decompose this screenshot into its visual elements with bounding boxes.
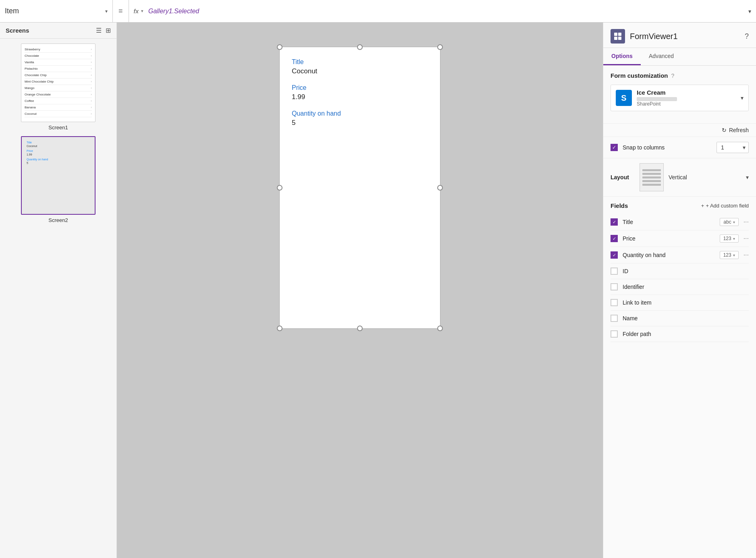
screen-item-screen2[interactable]: Title Coconut Price 1.99 Quantity on han… bbox=[5, 136, 112, 223]
field-type-quantity-on-hand[interactable]: 123 ▾ bbox=[720, 251, 739, 259]
field-type-title[interactable]: abc ▾ bbox=[720, 218, 738, 226]
screen2-content: Title Coconut Price 1.99 Quantity on han… bbox=[22, 137, 95, 170]
snap-to-columns-label: Snap to columns bbox=[623, 144, 717, 151]
selection-handle-top-left[interactable] bbox=[277, 44, 282, 50]
field-checkbox-id[interactable] bbox=[611, 268, 618, 275]
formula-bar[interactable]: fx ▾ Gallery1.Selected ▾ bbox=[129, 0, 756, 22]
field-checkbox-link-to-item[interactable] bbox=[611, 299, 618, 306]
canvas-qty-label: Quantity on hand bbox=[292, 110, 428, 117]
right-panel: FormViewer1 ? Options Advanced Form cust… bbox=[603, 23, 756, 558]
canvas-title-label: Title bbox=[292, 58, 428, 66]
snap-columns-select-wrapper: 1 2 3 bbox=[717, 142, 749, 153]
field-row-link-to-item: Link to item bbox=[611, 295, 749, 311]
screen1-row: Orange Chocolate› bbox=[25, 91, 92, 98]
layout-row: Layout Vertical Horizontal bbox=[603, 158, 756, 197]
formula-end-chevron-icon: ▾ bbox=[748, 8, 751, 15]
s2-title-value: Coconut bbox=[27, 145, 90, 147]
refresh-row: ↻ Refresh bbox=[603, 124, 756, 137]
layout-preview-line bbox=[642, 176, 661, 178]
panel-more-icon[interactable]: ? bbox=[745, 32, 749, 41]
snap-to-columns-row: ✓ Snap to columns 1 2 3 bbox=[603, 137, 756, 158]
screen1-thumbnail: Strawberry› Chocolate› Vanilla› Pistachi… bbox=[21, 44, 96, 122]
field-checkbox-identifier[interactable] bbox=[611, 283, 618, 290]
add-custom-field-button[interactable]: + + Add custom field bbox=[701, 203, 749, 209]
selection-handle-middle-right[interactable] bbox=[437, 185, 443, 191]
field-name-folder-path: Folder path bbox=[623, 331, 749, 337]
layout-preview-line bbox=[642, 180, 661, 182]
svg-rect-2 bbox=[614, 37, 617, 40]
snap-to-columns-checkbox[interactable]: ✓ bbox=[611, 144, 618, 151]
tab-advanced[interactable]: Advanced bbox=[641, 48, 682, 65]
form-customization-section: Form customization ? S Ice Cream SharePo… bbox=[603, 66, 756, 124]
field-type-price[interactable]: 123 ▾ bbox=[720, 234, 739, 243]
field-checkbox-folder-path[interactable] bbox=[611, 330, 618, 338]
layout-preview-line bbox=[642, 169, 661, 171]
fields-header: Fields + + Add custom field bbox=[611, 202, 749, 209]
formula-expression: Gallery1.Selected bbox=[148, 8, 199, 15]
fields-label: Fields bbox=[611, 202, 701, 209]
screens-grid-view-icon[interactable]: ⊞ bbox=[106, 27, 111, 34]
field-more-title[interactable]: ··· bbox=[744, 218, 749, 226]
selection-handle-top-right[interactable] bbox=[437, 44, 443, 50]
screen-item-screen1[interactable]: Strawberry› Chocolate› Vanilla› Pistachi… bbox=[5, 44, 112, 131]
field-more-quantity-on-hand[interactable]: ··· bbox=[744, 251, 749, 259]
top-bar: Item ▾ = fx ▾ Gallery1.Selected ▾ bbox=[0, 0, 756, 23]
formula-fx-icon: fx bbox=[134, 8, 139, 15]
item-selector-chevron-icon: ▾ bbox=[105, 8, 108, 14]
screen2-thumbnail: Title Coconut Price 1.99 Quantity on han… bbox=[21, 136, 96, 215]
screens-panel: Screens ☰ ⊞ Strawberry› Chocolate› Vanil… bbox=[0, 23, 117, 558]
layout-preview-line bbox=[642, 184, 661, 186]
screen1-label: Screen1 bbox=[48, 124, 68, 131]
refresh-button[interactable]: ↻ Refresh bbox=[722, 127, 749, 133]
canvas-area[interactable]: Title Coconut Price 1.99 Quantity on han… bbox=[117, 23, 603, 558]
tab-options[interactable]: Options bbox=[603, 48, 641, 65]
add-field-plus-icon: + bbox=[701, 203, 704, 209]
field-name-title: Title bbox=[623, 219, 715, 225]
screen1-row: Chocolate Chip› bbox=[25, 72, 92, 79]
selection-handle-bottom-center[interactable] bbox=[357, 326, 363, 331]
sharepoint-icon: S bbox=[616, 90, 632, 106]
field-type-chevron-title: ▾ bbox=[733, 220, 735, 224]
field-checkbox-price[interactable]: ✓ bbox=[611, 235, 618, 242]
screens-header: Screens ☰ ⊞ bbox=[0, 23, 116, 39]
selection-handle-bottom-right[interactable] bbox=[437, 326, 443, 331]
canvas-qty-value: 5 bbox=[292, 119, 428, 127]
field-more-price[interactable]: ··· bbox=[744, 235, 749, 242]
form-viewer-icon bbox=[611, 29, 625, 44]
field-name-id: ID bbox=[623, 268, 749, 274]
selection-handle-top-center[interactable] bbox=[357, 44, 363, 50]
equals-sign: = bbox=[113, 0, 129, 22]
selection-handle-middle-left[interactable] bbox=[277, 185, 282, 191]
datasource-info: Ice Cream SharePoint bbox=[637, 89, 741, 107]
main-area: Screens ☰ ⊞ Strawberry› Chocolate› Vanil… bbox=[0, 23, 756, 558]
field-name-link-to-item: Link to item bbox=[623, 299, 749, 306]
svg-rect-0 bbox=[614, 33, 617, 36]
s2-price-value: 1.99 bbox=[27, 153, 90, 156]
layout-select[interactable]: Vertical Horizontal bbox=[669, 174, 749, 180]
item-selector[interactable]: Item ▾ bbox=[0, 0, 113, 22]
datasource-name: Ice Cream bbox=[637, 89, 741, 96]
field-checkbox-quantity-on-hand[interactable]: ✓ bbox=[611, 251, 618, 259]
layout-label: Layout bbox=[611, 174, 635, 180]
help-icon[interactable]: ? bbox=[671, 73, 675, 79]
canvas-title-value: Coconut bbox=[292, 67, 428, 75]
field-name-quantity-on-hand: Quantity on hand bbox=[623, 252, 715, 258]
screens-list-view-icon[interactable]: ☰ bbox=[96, 27, 102, 34]
screens-icons: ☰ ⊞ bbox=[96, 27, 111, 34]
field-checkbox-name[interactable] bbox=[611, 315, 618, 322]
field-name-identifier: Identifier bbox=[623, 284, 749, 290]
screen1-row: Coconut› bbox=[25, 111, 92, 117]
snap-columns-select[interactable]: 1 2 3 bbox=[717, 142, 749, 153]
screen1-thumb-inner: Strawberry› Chocolate› Vanilla› Pistachi… bbox=[21, 44, 95, 122]
field-row-identifier: Identifier bbox=[611, 279, 749, 295]
datasource-type: SharePoint bbox=[637, 101, 741, 107]
layout-preview-line bbox=[642, 173, 661, 175]
layout-select-wrapper: Vertical Horizontal bbox=[669, 174, 749, 180]
screen2-label: Screen2 bbox=[48, 217, 68, 223]
selection-handle-bottom-left[interactable] bbox=[277, 326, 282, 331]
form-viewer-canvas[interactable]: Title Coconut Price 1.99 Quantity on han… bbox=[279, 47, 440, 329]
field-name-price: Price bbox=[623, 235, 715, 242]
field-checkbox-title[interactable]: ✓ bbox=[611, 218, 618, 226]
fields-section: Fields + + Add custom field ✓ Title abc … bbox=[603, 197, 756, 348]
datasource-row[interactable]: S Ice Cream SharePoint ▾ bbox=[611, 85, 749, 111]
